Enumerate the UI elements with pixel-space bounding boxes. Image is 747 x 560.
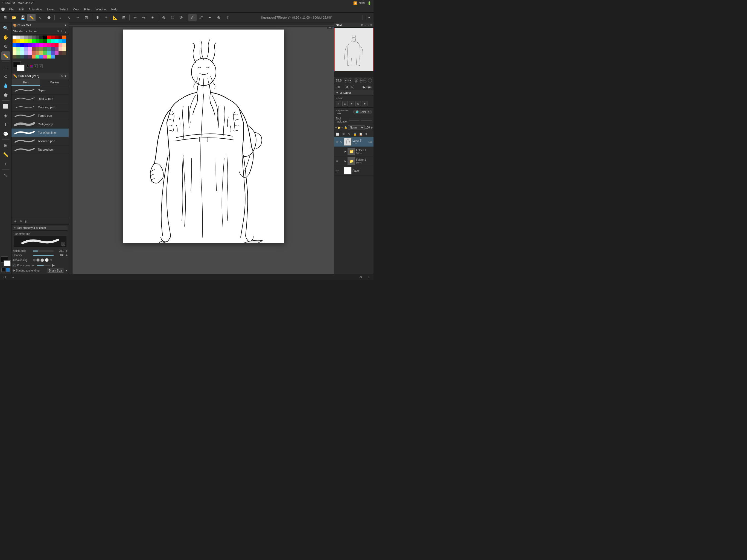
color-circle[interactable] bbox=[26, 65, 29, 68]
toolbar-pen-mode[interactable]: 🖊 bbox=[188, 14, 197, 21]
foreground-background-colors[interactable] bbox=[1, 256, 11, 266]
tool-zoom[interactable]: 🔍 bbox=[1, 24, 10, 32]
toolbar-active[interactable]: ✏️ bbox=[27, 14, 35, 21]
layer-lock[interactable]: 🔒 bbox=[344, 125, 347, 130]
toolbar-expand[interactable]: ⋯ bbox=[364, 14, 372, 21]
menu-view[interactable]: View bbox=[71, 7, 81, 11]
rotate-ccw-btn[interactable]: ↺ bbox=[345, 85, 349, 89]
layer-collapse[interactable]: ▼ bbox=[336, 91, 338, 94]
color-swatch-19[interactable] bbox=[32, 40, 35, 43]
color-swatch-67[interactable] bbox=[55, 51, 58, 55]
expr-dropdown-arrow[interactable]: ▼ bbox=[367, 111, 369, 113]
color-swatch-65[interactable] bbox=[47, 51, 51, 55]
color-swatch-71[interactable] bbox=[17, 55, 20, 58]
tool-hand[interactable]: ✋ bbox=[1, 33, 10, 42]
color-swatch-1[interactable] bbox=[17, 35, 20, 40]
color-swatch-11[interactable] bbox=[55, 35, 58, 40]
toolbar-snap[interactable]: ✱ bbox=[94, 14, 102, 21]
toolbar-help2[interactable]: ? bbox=[223, 14, 232, 21]
effect-overlay[interactable]: ⊕ bbox=[356, 101, 361, 106]
toolbar-move[interactable]: ↕ bbox=[56, 14, 64, 21]
subtool-item-3[interactable]: Turnip pen bbox=[11, 111, 69, 120]
layer-blend-mode[interactable]: Norm Multiply Screen bbox=[348, 125, 365, 130]
subtool-item-0[interactable]: G-pen bbox=[11, 86, 69, 95]
tool-eraser[interactable]: ⬜ bbox=[1, 102, 10, 110]
toolbar-ruler[interactable]: 📐 bbox=[111, 14, 119, 21]
color-swatch-7[interactable] bbox=[40, 35, 43, 40]
color-swatch-31[interactable] bbox=[24, 43, 28, 47]
color-swatch-80[interactable] bbox=[51, 55, 55, 58]
toolbar-crop[interactable]: ⊡ bbox=[82, 14, 91, 21]
post-correction-checkbox[interactable]: ✓ bbox=[12, 263, 16, 267]
subtool-add[interactable]: ⊕ bbox=[13, 219, 18, 223]
zoom-reset-btn[interactable]: ↻ bbox=[359, 78, 363, 82]
color-swatch-13[interactable] bbox=[62, 35, 66, 40]
color-swatch-33[interactable] bbox=[32, 43, 35, 47]
tool-eyedrop[interactable]: 💧 bbox=[1, 81, 10, 90]
color-swatch-34[interactable] bbox=[35, 43, 40, 47]
color-swatch-43[interactable] bbox=[17, 47, 20, 51]
aa-dot-0[interactable] bbox=[33, 259, 35, 261]
color-swatch-32[interactable] bbox=[28, 43, 32, 47]
color-swatch-73[interactable] bbox=[24, 55, 28, 58]
toolprop-expand[interactable]: ⤢ bbox=[61, 242, 66, 246]
color-swatch-75[interactable] bbox=[32, 55, 35, 58]
flip-v-btn[interactable]: ↕ bbox=[368, 78, 372, 82]
canvas-viewport[interactable] bbox=[73, 27, 334, 274]
menu-animation[interactable]: Animation bbox=[27, 7, 44, 11]
toolbar-deselect[interactable]: ☐ bbox=[169, 14, 177, 21]
color-swatch-61[interactable] bbox=[32, 51, 35, 55]
color-swatch-45[interactable] bbox=[24, 47, 28, 51]
layer-new[interactable]: + bbox=[335, 125, 337, 130]
layer-item-1[interactable]: ▶📁Folder 150 % bbox=[334, 147, 374, 156]
tool-text[interactable]: T bbox=[1, 120, 10, 129]
subtool-item-7[interactable]: Tapered pen bbox=[11, 146, 69, 154]
opacity-slider[interactable] bbox=[33, 255, 54, 256]
toolbar-redo[interactable]: ↪ bbox=[140, 14, 148, 21]
layer-tool6[interactable]: 🗑 bbox=[364, 131, 369, 136]
color-swatch-25[interactable] bbox=[55, 40, 58, 43]
status-rotate[interactable]: ↺ bbox=[2, 275, 7, 280]
toolbar-clear[interactable]: ✦ bbox=[149, 14, 157, 21]
toolbar-lasso[interactable]: ⊖ bbox=[160, 14, 168, 21]
toolbar-invert[interactable]: ⊘ bbox=[177, 14, 185, 21]
status-settings[interactable]: ⚙ bbox=[358, 275, 363, 280]
color-swatch-41[interactable] bbox=[62, 43, 66, 47]
color-swatch-14[interactable] bbox=[12, 40, 17, 43]
color-swatch-60[interactable] bbox=[28, 51, 32, 55]
tool-selection[interactable]: ⬚ bbox=[1, 62, 10, 71]
layer-eye-3[interactable]: 👁 bbox=[335, 169, 339, 173]
effect-normal[interactable]: ○ bbox=[336, 101, 341, 106]
post-correction-slider[interactable] bbox=[37, 265, 51, 266]
color-swatch-57[interactable] bbox=[17, 51, 20, 55]
menu-select[interactable]: Select bbox=[57, 7, 70, 11]
menu-edit[interactable]: Edit bbox=[17, 7, 26, 11]
layer-pencil[interactable]: ✎ bbox=[341, 125, 343, 130]
color-swatch-26[interactable] bbox=[58, 40, 62, 43]
layer-tool5[interactable]: 📋 bbox=[358, 131, 363, 136]
color-swatch-16[interactable] bbox=[20, 40, 24, 43]
play-btn[interactable]: ▶ bbox=[362, 85, 367, 89]
tool-frame[interactable]: ⊞ bbox=[1, 141, 10, 150]
brush-size-dropdown-arrow[interactable]: ▼ bbox=[65, 269, 68, 272]
tool-ruler[interactable]: 📏 bbox=[1, 150, 10, 159]
color-swatch-21[interactable] bbox=[40, 40, 43, 43]
nav-icon-3[interactable]: ↕ bbox=[367, 24, 369, 27]
expr-color-pill[interactable]: Color ▼ bbox=[353, 110, 372, 114]
color-swatch-5[interactable] bbox=[32, 35, 35, 40]
color-swatch-36[interactable] bbox=[43, 43, 47, 47]
color-swatch-8[interactable] bbox=[43, 35, 47, 40]
color-swatch-56[interactable] bbox=[12, 51, 17, 55]
color-swatch-12[interactable] bbox=[58, 35, 62, 40]
zoom-in-btn[interactable]: + bbox=[349, 78, 352, 82]
toolbar-transform[interactable]: ⤡ bbox=[65, 14, 73, 21]
color-swatch-77[interactable] bbox=[40, 55, 43, 58]
color-swatch-24[interactable] bbox=[51, 40, 55, 43]
color-swatch-63[interactable] bbox=[40, 51, 43, 55]
folder-arrow-2[interactable]: ▶ bbox=[344, 160, 347, 162]
tab-marker[interactable]: Marker bbox=[40, 79, 69, 86]
color-swatch-4[interactable] bbox=[28, 35, 32, 40]
color-swatch-38[interactable] bbox=[51, 43, 55, 47]
menu-layer[interactable]: Layer bbox=[45, 7, 57, 11]
layer-item-2[interactable]: 👁▶📁Folder 150 % bbox=[334, 156, 374, 166]
